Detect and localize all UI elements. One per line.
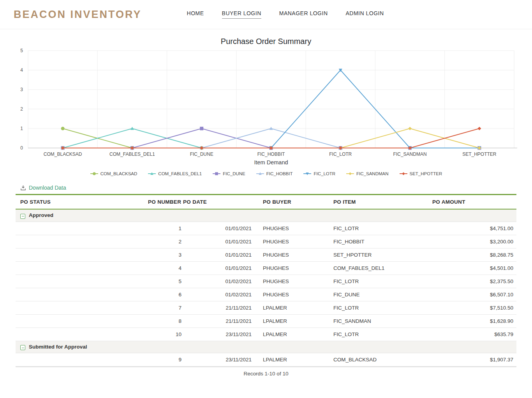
x-axis-category: SET_HPOTTER <box>462 151 497 157</box>
po-buyer-cell: PHUGHES <box>253 288 323 301</box>
po-status-cell <box>16 222 148 235</box>
po-number-cell: 7 <box>148 301 183 314</box>
data-point-COM_BLACKSAD <box>61 127 65 130</box>
x-axis-category: COM_BLACKSAD <box>44 151 82 157</box>
legend-item-FIC_DUNE[interactable]: FIC_DUNE <box>212 171 245 176</box>
col-header-po-status[interactable]: PO STATUS <box>16 195 148 210</box>
po-amount-cell: $1,628.90 <box>432 314 516 328</box>
table-row[interactable]: 923/11/2021LPALMERCOM_BLACKSAD$1,907.37 <box>16 353 516 366</box>
download-data-label: Download Data <box>29 185 66 191</box>
data-point-SET_HPOTTER <box>477 127 481 130</box>
table-row[interactable]: 101/01/2021PHUGHESFIC_LOTR$4,751.00 <box>16 222 516 235</box>
y-axis-tick: 2 <box>20 106 23 112</box>
po-number-cell: 6 <box>148 288 183 301</box>
po-amount-cell: $6,507.10 <box>432 288 516 301</box>
po-buyer-cell: PHUGHES <box>253 248 323 261</box>
nav-manager-login[interactable]: MANAGER LOGIN <box>279 10 328 19</box>
group-row-approved[interactable]: −Approved <box>16 209 516 222</box>
po-item-cell: COM_BLACKSAD <box>323 353 432 366</box>
y-axis-tick: 4 <box>20 67 23 73</box>
download-icon <box>20 185 26 191</box>
po-amount-cell: $1,907.37 <box>432 353 516 366</box>
po-item-cell: FIC_HOBBIT <box>323 235 432 248</box>
po-amount-cell: $7,510.50 <box>432 301 516 314</box>
table-row[interactable]: 401/01/2021PHUGHESCOM_FABLES_DEL1$4,501.… <box>16 261 516 275</box>
legend-label: FIC_HOBBIT <box>266 171 293 176</box>
po-date-cell: 01/02/2021 <box>183 288 253 301</box>
data-point-FIC_DUNE <box>200 127 203 130</box>
po-status-cell <box>16 328 148 341</box>
legend-label: FIC_DUNE <box>223 171 245 176</box>
legend-marker-circle-icon <box>90 171 99 176</box>
po-item-cell: FIC_SANDMAN <box>323 314 432 328</box>
po-status-cell <box>16 261 148 275</box>
po-item-cell: FIC_LOTR <box>323 275 432 288</box>
col-header-po-buyer[interactable]: PO BUYER <box>253 195 323 210</box>
po-buyer-cell: PHUGHES <box>253 235 323 248</box>
col-header-po-item[interactable]: PO ITEM <box>323 195 432 210</box>
legend-label: COM_BLACKSAD <box>100 171 137 176</box>
table-row[interactable]: 821/11/2021LPALMERFIC_SANDMAN$1,628.90 <box>16 314 516 328</box>
table-row[interactable]: 601/02/2021PHUGHESFIC_DUNE$6,507.10 <box>16 288 516 301</box>
po-buyer-cell: PHUGHES <box>253 261 323 275</box>
po-status-cell <box>16 288 148 301</box>
po-item-cell: COM_FABLES_DEL1 <box>323 261 432 275</box>
po-item-cell: FIC_LOTR <box>323 301 432 314</box>
po-status-cell <box>16 314 148 328</box>
legend-item-FIC_HOBBIT[interactable]: FIC_HOBBIT <box>256 171 293 176</box>
download-data-link[interactable]: Download Data <box>20 185 66 191</box>
po-amount-cell: $3,200.00 <box>432 235 516 248</box>
y-axis-tick: 5 <box>20 48 23 53</box>
legend-item-SET_HPOTTER[interactable]: SET_HPOTTER <box>399 171 442 176</box>
legend-label: COM_FABLES_DEL1 <box>158 171 202 176</box>
line-chart-canvas: 012345COM_BLACKSADCOM_FABLES_DEL1FIC_DUN… <box>15 48 517 166</box>
legend-item-FIC_SANDMAN[interactable]: FIC_SANDMAN <box>346 171 388 176</box>
po-date-cell: 23/11/2021 <box>183 353 253 366</box>
collapse-group-icon[interactable]: − <box>20 345 25 350</box>
po-amount-cell: $2,375.50 <box>432 275 516 288</box>
group-label: Approved <box>29 212 53 218</box>
po-date-cell: 23/11/2021 <box>183 328 253 341</box>
legend-item-FIC_LOTR[interactable]: FIC_LOTR <box>303 171 335 176</box>
po-item-cell: FIC_DUNE <box>323 288 432 301</box>
series-line-SET_HPOTTER <box>63 129 479 148</box>
po-item-cell: SET_HPOTTER <box>323 248 432 261</box>
table-row[interactable]: 301/01/2021PHUGHESSET_HPOTTER$8,268.75 <box>16 248 516 261</box>
app-header: BEACON INVENTORY HOME BUYER LOGIN MANAGE… <box>0 0 532 29</box>
col-header-po-number[interactable]: PO NUMBER <box>148 195 183 210</box>
legend-marker-triangle-down-icon <box>303 171 312 176</box>
group-label: Submitted for Approval <box>29 344 87 350</box>
po-number-cell: 1 <box>148 222 183 235</box>
nav-admin-login[interactable]: ADMIN LOGIN <box>346 10 384 19</box>
table-row[interactable]: 1023/11/2021LPALMERFIC_LOTR$635.79 <box>16 328 516 341</box>
col-header-po-date[interactable]: PO DATE <box>183 195 253 210</box>
po-date-cell: 01/01/2021 <box>183 261 253 275</box>
po-number-cell: 2 <box>148 235 183 248</box>
po-summary-chart: 012345COM_BLACKSADCOM_FABLES_DEL1FIC_DUN… <box>15 48 517 167</box>
po-number-cell: 10 <box>148 328 183 341</box>
po-buyer-cell: LPALMER <box>253 301 323 314</box>
po-date-cell: 01/01/2021 <box>183 235 253 248</box>
legend-item-COM_FABLES_DEL1[interactable]: COM_FABLES_DEL1 <box>148 171 202 176</box>
main-nav: HOME BUYER LOGIN MANAGER LOGIN ADMIN LOG… <box>187 10 384 19</box>
app-logo: BEACON INVENTORY <box>14 9 142 21</box>
po-buyer-cell: LPALMER <box>253 353 323 366</box>
series-line-COM_FABLES_DEL1 <box>63 129 479 148</box>
po-status-cell <box>16 275 148 288</box>
po-number-cell: 8 <box>148 314 183 328</box>
group-row-submitted-for-approval[interactable]: −Submitted for Approval <box>16 341 516 353</box>
table-row[interactable]: 721/11/2021LPALMERFIC_LOTR$7,510.50 <box>16 301 516 314</box>
po-amount-cell: $4,751.00 <box>432 222 516 235</box>
table-row[interactable]: 201/01/2021PHUGHESFIC_HOBBIT$3,200.00 <box>16 235 516 248</box>
x-axis-category: FIC_DUNE <box>190 151 213 157</box>
nav-buyer-login[interactable]: BUYER LOGIN <box>222 10 261 19</box>
col-header-po-amount[interactable]: PO AMOUNT <box>432 195 516 210</box>
table-row[interactable]: 501/02/2021PHUGHESFIC_LOTR$2,375.50 <box>16 275 516 288</box>
po-number-cell: 5 <box>148 275 183 288</box>
collapse-group-icon[interactable]: − <box>20 214 25 219</box>
nav-home[interactable]: HOME <box>187 10 204 19</box>
po-item-cell: FIC_LOTR <box>323 328 432 341</box>
legend-item-COM_BLACKSAD[interactable]: COM_BLACKSAD <box>90 171 137 176</box>
legend-marker-diamond-icon <box>399 171 408 176</box>
po-number-cell: 3 <box>148 248 183 261</box>
